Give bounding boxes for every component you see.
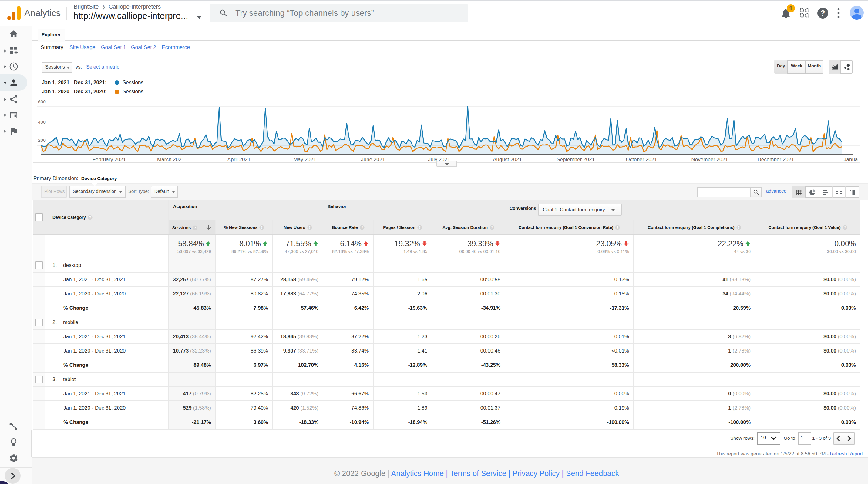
svg-text:?: ?: [738, 225, 740, 229]
svg-text:?: ?: [491, 225, 493, 229]
svg-text:June 2021: June 2021: [361, 157, 385, 163]
svg-text:?: ?: [419, 225, 421, 229]
svg-text:November 2021: November 2021: [691, 157, 728, 163]
svg-text:?: ?: [844, 225, 846, 229]
svg-text:October 2021: October 2021: [626, 157, 657, 163]
svg-text:August 2021: August 2021: [493, 157, 522, 163]
svg-text:?: ?: [309, 225, 311, 229]
svg-text:?: ?: [89, 216, 91, 219]
svg-text:?: ?: [194, 226, 196, 229]
svg-text:February 2021: February 2021: [93, 157, 126, 163]
svg-text:March 2021: March 2021: [157, 157, 184, 163]
svg-text:?: ?: [261, 225, 263, 229]
svg-text:?: ?: [617, 225, 619, 229]
svg-text:April 2021: April 2021: [227, 157, 251, 163]
svg-text:September 2021: September 2021: [557, 157, 595, 163]
svg-text:May 2021: May 2021: [293, 157, 316, 163]
svg-text:?: ?: [361, 225, 363, 229]
svg-text:December 2021: December 2021: [757, 157, 794, 163]
